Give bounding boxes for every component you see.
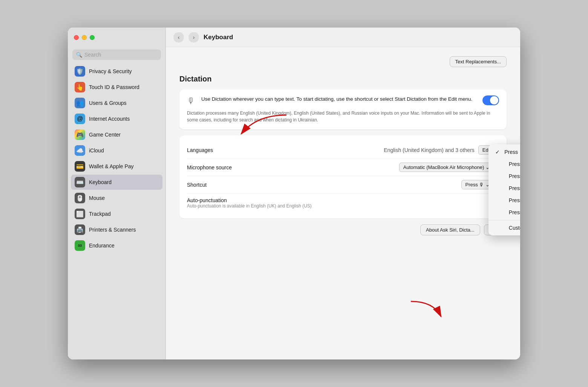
sidebar-item-internet[interactable]: @Internet Accounts (71, 111, 162, 126)
dictation-card: 🎙 Use Dictation wherever you can type te… (179, 89, 507, 129)
auto-punct-labels: Auto-punctuation Auto-punctuation is ava… (187, 197, 312, 209)
bottom-buttons: About Ask Siri, Dicta... Set... (179, 224, 507, 235)
microphone-dropdown[interactable]: Automatic (MacBook Air Microphone) ⌄ (399, 163, 499, 172)
sidebar-item-label-wallet: Wallet & Apple Pay (89, 163, 134, 169)
dictation-toggle-row: 🎙 Use Dictation wherever you can type te… (187, 95, 499, 106)
sidebar-list: 🛡️Privacy & Security👆Touch ID & Password… (68, 64, 165, 359)
sidebar-item-label-printers: Printers & Scanners (89, 227, 136, 233)
sidebar-item-gamecenter[interactable]: 🎮Game Center (71, 127, 162, 142)
search-icon: 🔍 (76, 52, 82, 58)
languages-value: English (United Kingdom) and 3 others Ed… (384, 145, 499, 155)
content-header: ‹ › Keyboard (166, 28, 520, 47)
dictation-text: Use Dictation wherever you can type text… (201, 95, 476, 103)
dropdown-item-press-globe[interactable]: Press 🌐 Twice (488, 170, 520, 182)
settings-card: Languages English (United Kingdom) and 3… (179, 135, 507, 218)
keyboard-icon: ⌨️ (75, 177, 85, 187)
sidebar-item-trackpad[interactable]: ⬜Trackpad (71, 206, 162, 221)
text-replacements-button[interactable]: Text Replacements... (450, 56, 507, 67)
sidebar-item-label-trackpad: Trackpad (89, 211, 111, 217)
shortcut-dropdown-menu: Press 🎙 Press Control Key Twice Press 🌐 … (488, 144, 520, 235)
dictation-heading: Dictation (179, 75, 507, 83)
sidebar-item-label-touchid: Touch ID & Password (89, 84, 139, 90)
dropdown-item-customize[interactable]: Customize... (488, 222, 520, 234)
auto-punct-row: Auto-punctuation Auto-punctuation is ava… (187, 193, 499, 212)
main-window: 🔍 Search 🛡️Privacy & Security👆Touch ID &… (68, 28, 520, 359)
microphone-label: Microphone source (187, 164, 232, 170)
content-body: Text Replacements... Dictation (166, 47, 520, 359)
about-siri-button[interactable]: About Ask Siri, Dicta... (420, 224, 480, 235)
sidebar-item-touchid[interactable]: 👆Touch ID & Password (71, 80, 162, 95)
microphone-value: Automatic (MacBook Air Microphone) ⌄ (399, 163, 499, 172)
shortcut-row: Shortcut Press 🎙 ⌄ (187, 176, 499, 193)
arrow-annotation-2 (403, 298, 449, 322)
sidebar-item-label-mouse: Mouse (89, 195, 105, 201)
wallet-icon: 💳 (75, 161, 85, 172)
users-icon: 👥 (75, 98, 85, 108)
sidebar-item-icloud[interactable]: ☁️iCloud (71, 143, 162, 158)
dropdown-item-press-either-cmd[interactable]: Press Either Command Key Twice (488, 206, 520, 218)
page-title: Keyboard (204, 34, 233, 41)
icloud-icon: ☁️ (75, 145, 85, 156)
mic-icon: 🎙 (187, 96, 195, 106)
gamecenter-icon: 🎮 (75, 129, 85, 140)
traffic-lights (74, 35, 95, 40)
auto-punct-label: Auto-punctuation (187, 197, 312, 203)
section-top: Text Replacements... (179, 56, 507, 67)
touchid-icon: 👆 (75, 82, 85, 92)
sidebar-item-label-privacy: Privacy & Security (89, 68, 132, 74)
content-area: ‹ › Keyboard Text Replacements... (166, 28, 520, 359)
dictation-sub-text: Dictation processes many English (United… (187, 110, 499, 123)
close-button[interactable] (74, 35, 79, 40)
shortcut-label: Shortcut (187, 182, 207, 188)
sidebar-item-users[interactable]: 👥Users & Groups (71, 95, 162, 111)
dropdown-item-press-mic[interactable]: Press 🎙 (488, 146, 520, 158)
sidebar-item-label-internet: Internet Accounts (89, 116, 130, 122)
languages-label: Languages (187, 147, 213, 153)
trackpad-icon: ⬜ (75, 209, 85, 219)
dropdown-item-press-right-cmd[interactable]: Press Right Command Key Twice (488, 182, 520, 194)
forward-button[interactable]: › (188, 32, 199, 43)
dictation-toggle[interactable] (482, 95, 499, 105)
titlebar (68, 28, 165, 47)
dictation-main-text: Use Dictation wherever you can type text… (201, 95, 476, 103)
languages-row: Languages English (United Kingdom) and 3… (187, 141, 499, 158)
sidebar-item-label-gamecenter: Game Center (89, 132, 121, 138)
sidebar-item-privacy[interactable]: 🛡️Privacy & Security (71, 64, 162, 79)
privacy-icon: 🛡️ (75, 66, 85, 77)
minimize-button[interactable] (82, 35, 87, 40)
sidebar-item-label-users: Users & Groups (89, 100, 127, 106)
mouse-icon: 🖱️ (75, 193, 85, 203)
search-box[interactable]: 🔍 Search (72, 49, 161, 60)
back-button[interactable]: ‹ (173, 32, 184, 43)
dropdown-item-press-left-cmd[interactable]: Press Left Command Key Twice (488, 194, 520, 206)
sidebar-item-endurance[interactable]: ∞Endurance (71, 238, 162, 253)
maximize-button[interactable] (90, 35, 95, 40)
dropdown-item-press-ctrl[interactable]: Press Control Key Twice (488, 158, 520, 170)
sidebar-item-wallet[interactable]: 💳Wallet & Apple Pay (71, 159, 162, 174)
sidebar-item-keyboard[interactable]: ⌨️Keyboard (71, 175, 162, 190)
internet-icon: @ (75, 114, 85, 124)
endurance-icon: ∞ (75, 240, 85, 251)
sidebar-item-label-keyboard: Keyboard (89, 179, 112, 185)
auto-punct-sub: Auto-punctuation is available in English… (187, 203, 312, 209)
sidebar-item-label-endurance: Endurance (89, 243, 115, 249)
sidebar-item-printers[interactable]: 🖨️Printers & Scanners (71, 222, 162, 237)
sidebar-item-mouse[interactable]: 🖱️Mouse (71, 190, 162, 206)
dropdown-divider (488, 220, 520, 220)
languages-text: English (United Kingdom) and 3 others (384, 147, 474, 153)
sidebar-item-label-icloud: iCloud (89, 147, 104, 154)
sidebar: 🔍 Search 🛡️Privacy & Security👆Touch ID &… (68, 28, 166, 359)
printers-icon: 🖨️ (75, 224, 85, 235)
microphone-row: Microphone source Automatic (MacBook Air… (187, 158, 499, 176)
search-placeholder: Search (84, 52, 101, 58)
